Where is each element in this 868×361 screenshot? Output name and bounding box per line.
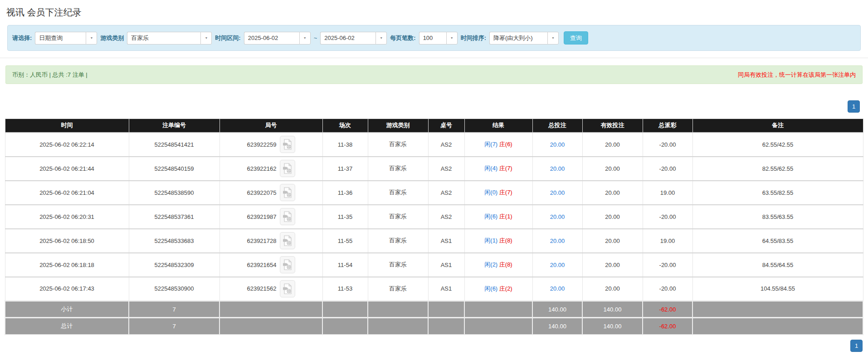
video-file-icon [283, 283, 292, 294]
video-replay-button[interactable] [280, 256, 295, 273]
table-row: 2025-06-02 06:18:50522548533683623921728… [5, 229, 863, 253]
cell-result: 闲(7) 庄(6) [464, 133, 532, 157]
game-type-dropdown-button[interactable]: ▼ [200, 32, 212, 45]
cell-game-type: 百家乐 [368, 205, 428, 229]
column-header-2: 局号 [219, 119, 322, 133]
round-id-wrapper: 623921654 [247, 256, 295, 273]
cell-remark: 82.55/62.55 [692, 157, 863, 181]
cell-payout: -20.00 [643, 133, 692, 157]
page-button-1[interactable]: 1 [850, 340, 863, 352]
video-replay-button[interactable] [280, 160, 295, 177]
round-id-wrapper: 623921987 [247, 208, 295, 225]
subtotal-row-cell-6 [464, 301, 532, 318]
result-banker: 庄(7) [499, 189, 512, 196]
date-from-combobox: ▼ [244, 32, 311, 45]
total-bet-link[interactable]: 20.00 [550, 237, 565, 244]
cell-round-id: 623922162 [219, 157, 322, 181]
subtotal-row-cell-5 [428, 301, 464, 318]
result-player: 闲(1) [484, 237, 497, 244]
cell-total-bet: 20.00 [532, 253, 582, 277]
cell-payout: 19.00 [643, 229, 692, 253]
total-row: 总计7140.00140.00-62.00 [5, 318, 863, 335]
round-id-text: 623922075 [247, 189, 276, 196]
result-banker: 庄(7) [499, 165, 512, 172]
total-bet-link[interactable]: 20.00 [550, 262, 565, 268]
video-replay-button[interactable] [280, 280, 295, 297]
cell-result: 闲(2) 庄(8) [464, 253, 532, 277]
video-replay-button[interactable] [280, 136, 295, 153]
result-banker: 庄(8) [499, 237, 512, 244]
cell-time: 2025-06-02 06:21:04 [5, 181, 129, 205]
round-id-text: 623922259 [247, 141, 276, 148]
total-bet-link[interactable]: 20.00 [550, 189, 565, 196]
round-id-text: 623921728 [247, 237, 276, 244]
video-file-icon [283, 235, 292, 246]
total-row-cell-2 [219, 318, 322, 335]
subtotal-row-cell-2 [219, 301, 322, 318]
time-sort-dropdown-button[interactable]: ▼ [547, 32, 559, 45]
page-button-1[interactable]: 1 [848, 100, 860, 113]
result-banker: 庄(1) [499, 213, 512, 220]
round-id-wrapper: 623922162 [247, 160, 295, 177]
cell-game-type: 百家乐 [368, 133, 428, 157]
time-range-label: 时间区间: [215, 34, 240, 42]
total-row-cell-8: 140.00 [582, 318, 643, 335]
cell-time: 2025-06-02 06:18:18 [5, 253, 129, 277]
round-id-wrapper: 623921562 [247, 280, 295, 297]
total-bet-link[interactable]: 20.00 [550, 213, 565, 220]
subtotal-row-cell-8: 140.00 [582, 301, 643, 318]
cell-remark: 63.55/82.55 [692, 181, 863, 205]
summary-bar: 币别：人民币 | 总共 :7 注单 | 同局有效投注，统一计算在该局第一张注单内 [5, 65, 863, 84]
subtotal-row-cell-3 [322, 301, 368, 318]
video-replay-button[interactable] [280, 232, 295, 249]
cell-result: 闲(6) 庄(2) [464, 277, 532, 301]
round-id-text: 623921562 [247, 285, 276, 292]
video-replay-button[interactable] [280, 184, 295, 201]
cell-session: 11-37 [322, 157, 368, 181]
total-bet-link[interactable]: 20.00 [550, 141, 565, 148]
result-player: 闲(6) [484, 285, 497, 292]
chevron-down-icon: ▼ [205, 36, 208, 40]
video-replay-button[interactable] [280, 208, 295, 225]
column-header-1: 注单编号 [129, 119, 219, 133]
pagination-top: 1 [0, 100, 860, 113]
cell-bet-id: 522548530900 [129, 277, 219, 301]
cell-result: 闲(4) 庄(7) [464, 157, 532, 181]
query-button[interactable]: 查询 [564, 31, 588, 45]
cell-valid-bet: 20.00 [582, 133, 643, 157]
cell-session: 11-38 [322, 133, 368, 157]
game-type-input[interactable] [127, 32, 200, 45]
cell-round-id: 623921654 [219, 253, 322, 277]
total-bet-link[interactable]: 20.00 [550, 285, 565, 292]
total-row-cell-6 [464, 318, 532, 335]
column-header-7: 总投注 [532, 119, 582, 133]
date-to-input[interactable] [320, 32, 375, 45]
round-id-wrapper: 623921728 [247, 232, 295, 249]
section-divider [0, 58, 868, 58]
page-size-input[interactable] [419, 32, 446, 45]
cell-game-type: 百家乐 [368, 181, 428, 205]
chevron-down-icon: ▼ [450, 36, 454, 40]
total-row-cell-5 [428, 318, 464, 335]
select-type-dropdown-button[interactable]: ▼ [86, 32, 97, 45]
date-from-dropdown-button[interactable]: ▼ [299, 32, 311, 45]
date-to-dropdown-button[interactable]: ▼ [375, 32, 387, 45]
round-id-text: 623921654 [247, 262, 276, 268]
total-bet-link[interactable]: 20.00 [550, 165, 565, 172]
total-row-cell-0: 总计 [5, 318, 129, 335]
select-type-input[interactable] [35, 32, 86, 45]
column-header-9: 总派彩 [643, 119, 692, 133]
cell-valid-bet: 20.00 [582, 157, 643, 181]
table-row: 2025-06-02 06:21:04522548538590623922075… [5, 181, 863, 205]
subtotal-row-cell-10 [692, 301, 863, 318]
cell-session: 11-35 [322, 205, 368, 229]
time-sort-input[interactable] [489, 32, 547, 45]
date-from-input[interactable] [244, 32, 299, 45]
cell-total-bet: 20.00 [532, 229, 582, 253]
round-id-wrapper: 623922075 [247, 184, 295, 201]
round-id-wrapper: 623922259 [247, 136, 295, 153]
subtotal-row-cell-0: 小计 [5, 301, 129, 318]
page-size-dropdown-button[interactable]: ▼ [446, 32, 458, 45]
cell-session: 11-53 [322, 277, 368, 301]
cell-table-no: AS2 [428, 181, 464, 205]
